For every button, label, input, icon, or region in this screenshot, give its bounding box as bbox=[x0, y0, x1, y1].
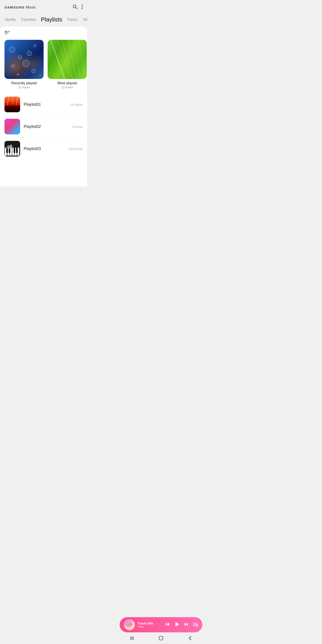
raindrop-2 bbox=[18, 56, 22, 60]
raindrop-5 bbox=[22, 60, 30, 67]
svg-point-2 bbox=[82, 4, 82, 5]
rain-thumbnail bbox=[4, 40, 44, 79]
leaf-line-1 bbox=[61, 40, 73, 79]
svg-rect-18 bbox=[16, 148, 18, 153]
leaf-line-2 bbox=[68, 40, 76, 76]
featured-playlists-row: Recently played 31 tracks Most played 12… bbox=[0, 38, 87, 94]
playlist-03-thumb bbox=[4, 141, 20, 156]
playlist-item-02[interactable]: Playlist02 3 tracks bbox=[4, 116, 83, 138]
raindrop-1 bbox=[9, 46, 15, 53]
tab-tracks[interactable]: Tracks bbox=[64, 17, 80, 22]
playlist-02-tracks: 3 tracks bbox=[72, 125, 83, 128]
more-options-icon[interactable] bbox=[82, 4, 83, 10]
most-played-title: Most played bbox=[48, 81, 87, 85]
playlist-02-name: Playlist02 bbox=[24, 124, 68, 129]
most-played-image bbox=[48, 40, 87, 79]
playlist-item-01[interactable]: Playlist01 24 tracks bbox=[4, 94, 83, 116]
svg-line-1 bbox=[76, 8, 77, 9]
most-played-subtitle: 12 tracks bbox=[48, 86, 87, 89]
app-logo: SAMSUNG Music bbox=[4, 5, 36, 10]
tab-spotify[interactable]: Spotify bbox=[2, 17, 18, 22]
svg-point-3 bbox=[82, 6, 82, 7]
search-icon[interactable] bbox=[72, 4, 78, 11]
sort-icon[interactable] bbox=[4, 31, 10, 36]
raindrop-6 bbox=[34, 44, 36, 47]
playlist-02-info: Playlist02 bbox=[24, 124, 68, 129]
svg-point-20 bbox=[10, 144, 12, 148]
raindrop-7 bbox=[31, 69, 36, 73]
recently-played-title: Recently played bbox=[4, 81, 44, 85]
piano-svg bbox=[4, 141, 20, 156]
recently-played-subtitle: 31 tracks bbox=[4, 86, 44, 89]
raindrop-4 bbox=[11, 64, 14, 68]
playlist-list: Playlist01 24 tracks Playlist02 3 tracks bbox=[0, 94, 87, 160]
header-actions bbox=[72, 4, 83, 11]
recently-played-image bbox=[4, 40, 44, 79]
svg-rect-17 bbox=[14, 148, 15, 153]
nav-tabs: Spotify Favorites Playlists Tracks Album… bbox=[0, 14, 87, 26]
tab-favorites[interactable]: Favorites bbox=[18, 17, 39, 22]
leaf-thumbnail bbox=[48, 40, 87, 79]
playlist-01-name: Playlist01 bbox=[24, 102, 66, 107]
featured-card-most-played[interactable]: Most played 12 tracks bbox=[48, 40, 87, 89]
leaf-line-4 bbox=[79, 41, 84, 74]
playlist-02-thumb bbox=[4, 119, 20, 134]
playlist-01-thumb bbox=[4, 96, 20, 112]
playlist-03-name: Playlist03 bbox=[24, 146, 64, 151]
playlist-03-tracks: 100 tracks bbox=[68, 147, 83, 151]
raindrop-8 bbox=[17, 73, 19, 76]
playlist-03-info: Playlist03 bbox=[24, 146, 64, 151]
main-content: Recently played 31 tracks Most played 12… bbox=[0, 26, 87, 186]
brand-name: SAMSUNG bbox=[4, 5, 25, 9]
playlist-01-info: Playlist01 bbox=[24, 102, 66, 107]
svg-point-4 bbox=[82, 8, 82, 9]
playlist-01-tracks: 24 tracks bbox=[70, 103, 83, 106]
concert-thumbnail bbox=[4, 96, 20, 112]
featured-card-recently-played[interactable]: Recently played 31 tracks bbox=[4, 40, 44, 89]
app-name: Music bbox=[26, 5, 36, 10]
header: SAMSUNG Music bbox=[0, 0, 87, 14]
geometric-thumbnail bbox=[4, 119, 20, 134]
playlist-item-03[interactable]: Playlist03 100 tracks bbox=[4, 138, 83, 160]
piano-thumbnail bbox=[4, 141, 20, 156]
raindrop-3 bbox=[27, 51, 32, 56]
tab-albums[interactable]: Albums bbox=[80, 17, 87, 22]
sort-bar bbox=[0, 26, 87, 38]
tab-playlists[interactable]: Playlists bbox=[39, 15, 64, 24]
